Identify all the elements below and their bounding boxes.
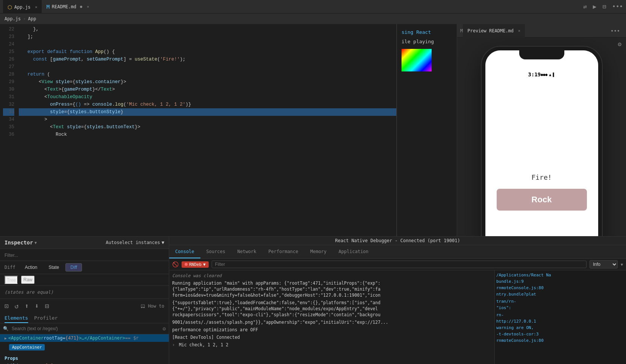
elements-profiler-tabs: Elements Profiler (0, 313, 169, 323)
settings-icon[interactable]: ⚙ (618, 41, 621, 48)
cr-link-1[interactable]: /Applications/React Na (496, 272, 624, 278)
cr-link-2[interactable]: bundle.js:9 (496, 278, 624, 285)
root-tag-attr: rootTag (44, 335, 63, 341)
elements-search-input[interactable] (12, 326, 160, 331)
gear-icon[interactable]: ⚙ (163, 326, 166, 332)
console-msg-cleared: Console was cleared (172, 272, 491, 279)
states-equal-msg: (states are equal) (0, 286, 169, 299)
run-icon[interactable]: ▶ (593, 3, 597, 10)
more-icon[interactable]: ••• (612, 3, 623, 10)
tab-preview-readme[interactable]: Preview README.md ✕ (463, 24, 525, 38)
diff-tab-diff[interactable]: Diff (65, 263, 82, 271)
iphone-notch (519, 50, 564, 59)
cr-link-9[interactable]: rn- (496, 312, 624, 318)
how-to-button[interactable]: 🕮 How to (141, 303, 164, 309)
console-tab-performance[interactable]: Performance (262, 245, 304, 258)
console-msg-params: {"supportsTablet":true},"loadedFromCache… (172, 299, 491, 318)
diff-tab-action[interactable]: Action (20, 263, 42, 271)
iphone-status-bar: 3:19 ●●● ▲ ▌ (522, 68, 561, 79)
console-msg-devtools: [React DevTools] Connected (172, 334, 491, 341)
tab-profiler[interactable]: Profiler (34, 315, 58, 323)
code-line-23: ]; (19, 33, 396, 41)
cr-link-11[interactable]: warning are ON, (496, 325, 624, 331)
split-editor-icon[interactable]: ⇄ (583, 3, 587, 10)
code-line-31: <TouchableOpacity (19, 93, 396, 101)
breadcrumb: App.js › App (0, 14, 626, 24)
props-title: Props (5, 356, 164, 361)
rn-debug-badge[interactable]: RNDeb ▼ (182, 261, 209, 268)
tab-readme-close[interactable]: ✕ (87, 5, 89, 9)
ellipsis-icon[interactable]: ••• (611, 28, 620, 34)
code-text-area[interactable]: }, ]; export default function App() { co… (19, 24, 396, 236)
cr-link-12[interactable]: -t-devtools-cor:3 (496, 331, 624, 337)
tree-raw-tabs: Tree Raw (0, 274, 169, 286)
dollar-r: == $r (125, 335, 139, 341)
console-tab-console[interactable]: Console (169, 245, 200, 258)
iphone-status-icons: ●●● ▲ ▌ (541, 73, 555, 77)
cr-link-10[interactable]: http://127.0.0.1 (496, 318, 624, 325)
inspector-filter-input[interactable] (5, 253, 164, 258)
layout-icon[interactable]: ⊟ (602, 3, 606, 10)
tab-preview-label: Preview README.md (467, 28, 514, 33)
breadcrumb-app[interactable]: App (28, 16, 36, 21)
cr-link-4[interactable]: ntry.bundle?plat (496, 291, 624, 297)
console-tab-application[interactable]: Application (333, 245, 374, 258)
console-level-selector[interactable]: Info Verbose Warning Error (590, 260, 618, 268)
tab-readme-md[interactable]: M README.md ● ✕ (42, 0, 94, 14)
search-icon: 🔍 (3, 326, 9, 331)
code-line-26: const [gamePrompt, setGamePrompt] = useS… (19, 56, 396, 63)
line-numbers: 22 23 24 25 26 27 28 29 30 31 32 33 34 3… (0, 24, 19, 236)
breadcrumb-separator: › (23, 16, 26, 21)
cr-link-6[interactable]: tran/rn- (496, 298, 624, 305)
code-line-32: onPress={() => console.log('Mic check, 1… (19, 101, 396, 108)
print-icon[interactable]: ⊟ (45, 302, 49, 310)
tab-app-js-close[interactable]: ✕ (35, 5, 37, 9)
level-dropdown-arrow: ▼ (621, 262, 623, 267)
battery-icon: ▌ (553, 73, 555, 77)
inspector-autoselect: Autoselect instances ▼ (106, 240, 164, 245)
preview-icon: M (460, 28, 463, 33)
code-line-29: <View style={styles.container}> (19, 78, 396, 86)
app-container-tree-item[interactable]: ▶ <AppContainer rootTag = {471} >…</AppC… (0, 334, 169, 342)
cr-link-13[interactable]: rnmoteConsole.js:80 (496, 337, 624, 344)
code-editor: 22 23 24 25 26 27 28 29 30 31 32 33 34 3… (0, 24, 396, 236)
preview-tab-bar: M Preview README.md ✕ ••• (457, 24, 626, 38)
screenshot-icon[interactable]: ⊡ (5, 302, 9, 310)
autoselect-label: Autoselect instances (106, 240, 160, 245)
signal-icon: ●●● (541, 73, 547, 77)
inspector-dropdown-icon[interactable]: ▼ (35, 241, 37, 245)
upload-icon[interactable]: ⬆ (25, 302, 29, 310)
cr-link-7[interactable]: "ios": (496, 305, 624, 311)
console-clear-icon[interactable]: 🚫 (172, 261, 179, 267)
tab-preview-close[interactable]: ✕ (518, 29, 520, 33)
console-cleared-text: Console was cleared (172, 273, 222, 278)
download-icon[interactable]: ⬇ (35, 302, 39, 310)
console-output: Console was cleared Running application … (169, 270, 494, 364)
console-msg-perf: performance optimizations are OFF (172, 326, 491, 334)
app-container-badge[interactable]: AppContainer (9, 344, 45, 350)
prop-children: children: Array[2] (5, 362, 164, 364)
root-tag-val: {471} (65, 335, 79, 341)
refresh-icon[interactable]: ↺ (15, 302, 19, 310)
console-filter-input[interactable] (212, 261, 587, 268)
tab-elements[interactable]: Elements (5, 315, 28, 323)
tab-app-js[interactable]: ⬡ App.js ✕ (3, 0, 42, 14)
raw-tab[interactable]: Raw (21, 276, 35, 284)
console-msg-running: Running application "main" with appParam… (172, 279, 491, 299)
rn-debug-dot (185, 263, 188, 266)
breadcrumb-app-js[interactable]: App.js (5, 16, 21, 21)
console-tab-network[interactable]: Network (231, 245, 262, 258)
iphone-rock-button[interactable]: Rock (497, 189, 587, 211)
console-msg-splash: 9001/assets/./assets/splash.png"}},"appO… (172, 318, 491, 326)
autoselect-dropdown-icon[interactable]: ▼ (162, 240, 164, 245)
code-line-28: return ( (19, 71, 396, 78)
console-toolbar: 🚫 RNDeb ▼ Info Verbose Warning Error ▼ (169, 259, 626, 270)
diff-tab-state[interactable]: State (44, 263, 64, 271)
cr-link-3[interactable]: rnmoteConsole.js:80 (496, 285, 624, 291)
console-tab-memory[interactable]: Memory (304, 245, 332, 258)
tree-tab[interactable]: Tree (5, 276, 18, 284)
console-tab-sources[interactable]: Sources (200, 245, 232, 258)
inspector-panel: Inspector ▼ Autoselect instances ▼ Diff … (0, 237, 169, 364)
reading-text-2: ile playing (402, 38, 452, 46)
how-to-label: 🕮 How to (141, 303, 164, 309)
